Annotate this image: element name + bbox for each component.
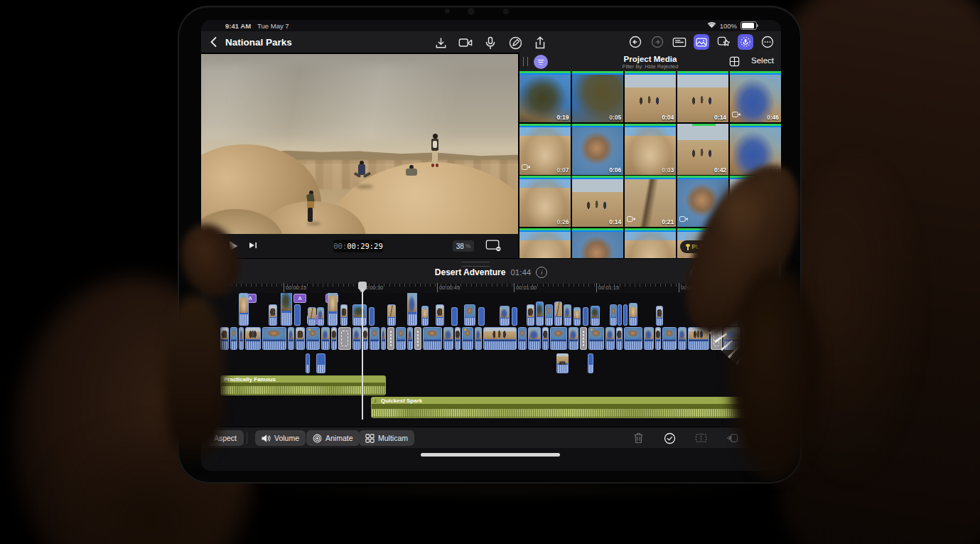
home-indicator[interactable] xyxy=(421,453,560,457)
storyline-clip[interactable] xyxy=(580,327,587,350)
storyline-clip[interactable] xyxy=(230,327,237,350)
connected-clip[interactable] xyxy=(239,293,249,326)
storyline-clip[interactable] xyxy=(678,327,686,350)
storyline-clip[interactable] xyxy=(407,327,413,350)
connected-clip-below[interactable] xyxy=(588,353,593,373)
connected-clip[interactable] xyxy=(564,304,571,326)
audio-clip-1[interactable]: Practically Famous xyxy=(220,375,386,395)
storyline-clip[interactable] xyxy=(262,327,286,350)
timeline-drag-handle[interactable] xyxy=(461,262,490,267)
media-thumb-r1c2[interactable]: 0:05 xyxy=(572,71,623,122)
storyline-clip[interactable] xyxy=(605,327,615,350)
media-thumb-r4c2[interactable] xyxy=(572,228,623,259)
storyline-clip[interactable] xyxy=(362,327,368,350)
connected-clip[interactable] xyxy=(478,307,485,326)
connected-clip[interactable] xyxy=(554,302,562,326)
multicam-button[interactable]: Multicam xyxy=(359,430,414,446)
volume-button[interactable]: Volume xyxy=(255,430,306,446)
storyline-clip[interactable] xyxy=(443,327,453,350)
storyline-clip[interactable] xyxy=(624,327,642,350)
timeline-tracks[interactable]: AAAAPractically Famous♪Quickest Spark xyxy=(201,293,781,427)
storyline-clip[interactable] xyxy=(483,327,517,350)
media-browser-icon[interactable] xyxy=(694,34,709,50)
play-button[interactable] xyxy=(230,241,237,251)
connected-clip[interactable] xyxy=(369,307,375,326)
effects-icon[interactable] xyxy=(716,34,731,50)
storyline-clip[interactable] xyxy=(381,327,386,350)
connected-clip[interactable] xyxy=(294,304,301,326)
connected-clip[interactable] xyxy=(352,304,367,326)
connected-clip[interactable] xyxy=(610,304,617,326)
title-clip-badge[interactable]: A xyxy=(294,294,306,303)
storyline-clip[interactable] xyxy=(655,327,661,350)
connected-clip[interactable] xyxy=(340,304,348,326)
storyline-clip[interactable] xyxy=(296,327,305,350)
timecode-display[interactable]: 00:00:29:29 xyxy=(333,240,383,252)
storyline-clip[interactable] xyxy=(455,327,461,350)
titles-icon[interactable] xyxy=(672,34,687,50)
media-thumb-r2c5[interactable]: 0:01 xyxy=(730,124,781,175)
close-jog-wheel-button[interactable]: ✕ xyxy=(753,235,780,262)
storyline-clip[interactable] xyxy=(542,327,549,350)
connected-clip[interactable] xyxy=(629,303,637,326)
select-button[interactable]: Select xyxy=(751,56,774,65)
animate-button[interactable]: Animate xyxy=(306,430,360,446)
voice-jog-icon[interactable] xyxy=(738,34,753,50)
connected-clip[interactable] xyxy=(464,304,475,326)
back-button[interactable] xyxy=(208,36,221,49)
storyline-clip[interactable] xyxy=(239,327,244,350)
grid-view-icon[interactable] xyxy=(729,56,740,70)
connected-clip[interactable] xyxy=(527,304,534,326)
storyline-clip[interactable] xyxy=(331,327,337,350)
storyline-clip[interactable] xyxy=(518,327,527,350)
connected-clip-below[interactable] xyxy=(306,353,310,373)
media-thumb-r2c3[interactable]: 0:03 xyxy=(625,124,676,175)
storyline-clip[interactable] xyxy=(306,327,320,350)
storyline-clip[interactable] xyxy=(288,327,294,350)
storyline-clip[interactable] xyxy=(688,327,709,350)
connected-clip[interactable] xyxy=(623,304,628,326)
connected-clip[interactable] xyxy=(436,304,444,326)
share-icon[interactable] xyxy=(532,35,548,50)
storyline-clip[interactable] xyxy=(475,327,482,350)
storyline-clip[interactable] xyxy=(644,327,654,350)
connected-clip[interactable] xyxy=(618,304,622,326)
connected-clip[interactable] xyxy=(421,306,429,326)
undo-icon[interactable] xyxy=(628,34,643,50)
storyline-clip[interactable] xyxy=(414,327,421,350)
skip-end-icon[interactable] xyxy=(249,240,257,252)
storyline-clip[interactable] xyxy=(423,327,442,350)
connected-clip[interactable] xyxy=(328,293,338,326)
connected-clip[interactable] xyxy=(583,307,588,326)
connected-clip-below[interactable] xyxy=(556,353,569,373)
media-thumb-r1c5[interactable]: 0:46 xyxy=(730,71,781,122)
connected-clip[interactable] xyxy=(512,307,517,326)
media-thumb-r3c1[interactable]: 0:26 xyxy=(519,176,571,227)
record-voiceover-icon[interactable] xyxy=(483,35,498,50)
media-thumb-r1c3[interactable]: 0:04 xyxy=(625,71,676,122)
storyline-clip[interactable] xyxy=(528,327,541,350)
media-thumb-r4c1[interactable] xyxy=(519,228,571,259)
media-thumb-r2c2[interactable]: 0:06 xyxy=(572,124,623,175)
more-icon[interactable] xyxy=(760,34,775,50)
storyline-clip[interactable] xyxy=(462,327,473,350)
connected-clip[interactable] xyxy=(407,293,417,326)
connected-clip[interactable] xyxy=(591,306,600,326)
info-icon[interactable]: i xyxy=(536,267,547,278)
storyline-clip[interactable] xyxy=(245,327,261,350)
media-thumb-r1c1[interactable]: 0:19 xyxy=(519,71,571,122)
media-thumb-r2c1[interactable]: 0:07 xyxy=(519,124,571,175)
media-thumb-r3c2[interactable]: 0:14 xyxy=(572,176,623,227)
storyline-clip[interactable] xyxy=(338,327,351,350)
media-thumb-r1c4[interactable]: 0:14 xyxy=(677,71,728,122)
aspect-button[interactable]: Aspect xyxy=(207,430,244,446)
connected-clip[interactable] xyxy=(281,293,292,326)
connected-clip-below[interactable] xyxy=(316,353,325,373)
done-check-icon[interactable] xyxy=(663,432,676,444)
storyline-clip[interactable] xyxy=(220,327,229,350)
connected-clip[interactable] xyxy=(387,304,396,326)
connected-clip[interactable] xyxy=(656,306,663,326)
connected-clip[interactable] xyxy=(308,307,316,326)
audio-clip-2[interactable]: ♪Quickest Spark xyxy=(371,397,758,418)
storyline-clip[interactable] xyxy=(662,327,677,350)
